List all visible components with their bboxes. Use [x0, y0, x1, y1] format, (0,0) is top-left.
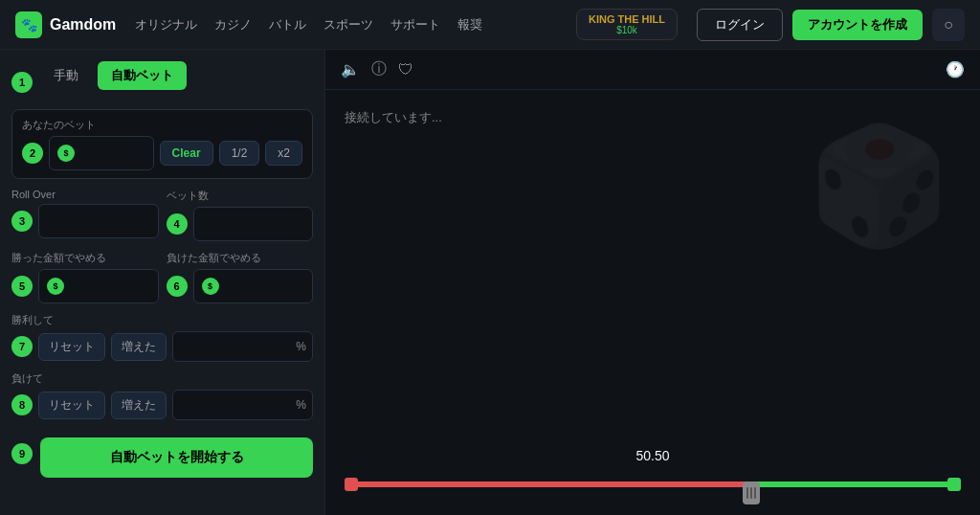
game-area: 接続しています... 🎲 [325, 90, 980, 438]
left-panel: 1 手動 自動ベット あなたのベット 2 $ 0.00 Clear 1/2 x2 [0, 50, 325, 515]
tab-auto[interactable]: 自動ベット [98, 61, 187, 90]
notifications-button[interactable]: ○ [932, 9, 965, 41]
double-button[interactable]: x2 [265, 141, 302, 166]
bet-controls-row: 2 $ 0.00 Clear 1/2 x2 [22, 136, 302, 170]
step-8-number: 8 [11, 394, 33, 415]
navbar: 🐾 Gamdom オリジナル カジノ バトル スポーツ サポート 報奨 KING… [0, 0, 980, 50]
nav-sports[interactable]: スポーツ [323, 16, 373, 34]
nav-support[interactable]: サポート [390, 16, 440, 34]
half-button[interactable]: 1/2 [219, 141, 260, 166]
start-auto-bet-button[interactable]: 自動ベットを開始する [40, 437, 313, 478]
bet-input[interactable]: 0.00 [78, 146, 145, 161]
win-pct-symbol: % [296, 340, 306, 353]
win-pct-input-group: 0.00 % [172, 331, 313, 362]
bet-amount-section: あなたのベット 2 $ 0.00 Clear 1/2 x2 [11, 109, 313, 179]
lose-increase-button[interactable]: 増えた [111, 392, 167, 419]
nav-actions: ログイン アカウントを作成 ○ [697, 9, 965, 41]
nav-rewards[interactable]: 報奨 [457, 16, 482, 34]
tab-manual[interactable]: 手動 [40, 61, 92, 90]
shield-icon[interactable]: 🛡 [398, 61, 413, 78]
rollover-label: Roll Over [11, 189, 159, 200]
login-button[interactable]: ログイン [697, 9, 783, 41]
bet-controls: $ 0.00 Clear 1/2 x2 [49, 136, 302, 170]
win-reset-button[interactable]: リセット [38, 333, 105, 361]
lose-pct-input-group: 0.00 % [172, 390, 313, 420]
slider-area: 50.50 [325, 438, 980, 515]
bet-count-input[interactable]: 0 [202, 217, 305, 232]
clear-button[interactable]: Clear [160, 141, 213, 166]
stop-win-coin-icon: $ [47, 278, 64, 295]
stop-win-input-group: $ 0.00 [38, 269, 159, 303]
step-3-number: 3 [11, 211, 33, 232]
on-lose-label: 負けて [11, 371, 313, 386]
stop-lose-coin-icon: $ [202, 278, 219, 295]
on-win-section: 勝利して 7 リセット 増えた 0.00 % [11, 313, 313, 362]
rollover-row: 3 50.500000 [11, 204, 159, 238]
bet-label: あなたのベット [22, 118, 302, 132]
connecting-text: 接続しています... [345, 109, 442, 126]
step-5-6-row: 勝った金額でやめる 5 $ 0.00 負けた金額でやめる 6 $ 0.00 [11, 251, 313, 303]
stop-win-row: 5 $ 0.00 [11, 269, 159, 303]
rollover-input[interactable]: 50.500000 [47, 214, 150, 229]
nav-casino[interactable]: カジノ [214, 16, 252, 34]
background-logo: 🎲 [808, 119, 951, 254]
bet-tabs: 手動 自動ベット [40, 61, 187, 90]
stop-lose-input[interactable]: 0.00 [223, 280, 305, 294]
volume-icon[interactable]: 🔈 [341, 60, 360, 78]
rollover-input-group: 50.500000 [38, 204, 159, 238]
lose-pct-input[interactable]: 0.00 [179, 398, 296, 413]
nav-links: オリジナル カジノ バトル スポーツ サポート 報奨 [135, 16, 557, 34]
stop-win-block: 勝った金額でやめる 5 $ 0.00 [11, 251, 159, 303]
signup-button[interactable]: アカウントを作成 [792, 10, 923, 40]
win-increase-button[interactable]: 増えた [111, 333, 167, 361]
step-3-4-row: Roll Over 3 50.500000 ベット数 4 0 [11, 189, 313, 241]
thumb-line-1 [746, 487, 748, 499]
stop-win-label: 勝った金額でやめる [11, 251, 159, 265]
step-4-number: 4 [167, 213, 188, 235]
stop-lose-input-group: $ 0.00 [193, 269, 314, 303]
history-icon[interactable]: 🕐 [946, 60, 965, 78]
promo-banner[interactable]: KING THE HILL $10k [576, 9, 678, 40]
stop-win-input[interactable]: 0.00 [68, 280, 150, 294]
stop-lose-row: 6 $ 0.00 [167, 269, 314, 303]
slider-right-end [947, 478, 961, 491]
coin-icon: $ [57, 145, 75, 162]
lose-reset-button[interactable]: リセット [38, 392, 105, 419]
on-lose-row: 8 リセット 増えた 0.00 % [11, 390, 313, 420]
bet-count-label: ベット数 [167, 189, 314, 203]
on-lose-section: 負けて 8 リセット 増えた 0.00 % [11, 371, 313, 420]
stop-lose-block: 負けた金額でやめる 6 $ 0.00 [167, 251, 314, 303]
lose-pct-symbol: % [296, 398, 306, 412]
slider-container [345, 471, 961, 498]
step-7-number: 7 [11, 336, 33, 357]
promo-title: KING THE HILL [589, 13, 665, 25]
step-5-number: 5 [11, 276, 33, 297]
rollover-block: Roll Over 3 50.500000 [11, 189, 159, 241]
thumb-line-2 [750, 487, 752, 499]
info-icon[interactable]: ⓘ [371, 59, 387, 79]
on-win-label: 勝利して [11, 313, 313, 327]
slider-thumb[interactable] [743, 481, 760, 504]
step-9-number: 9 [11, 443, 33, 464]
step-6-number: 6 [167, 276, 188, 297]
bet-count-block: ベット数 4 0 [167, 189, 314, 241]
win-pct-input[interactable]: 0.00 [179, 340, 296, 354]
brand-name: Gamdom [50, 16, 116, 34]
step-9-row: 9 自動ベットを開始する [11, 430, 313, 478]
nav-battle[interactable]: バトル [269, 16, 306, 34]
promo-sub: $10k [616, 25, 637, 35]
stop-lose-label: 負けた金額でやめる [167, 251, 314, 265]
bell-icon: ○ [944, 16, 953, 34]
logo-icon: 🐾 [15, 11, 42, 38]
right-toolbar: 🔈 ⓘ 🛡 🕐 [325, 50, 980, 90]
nav-original[interactable]: オリジナル [135, 16, 197, 34]
thumb-line-3 [754, 487, 756, 499]
step-1-number: 1 [11, 72, 33, 93]
step-1-row: 1 手動 自動ベット [11, 61, 313, 103]
slider-track[interactable] [345, 481, 961, 487]
step-2-number: 2 [22, 143, 43, 164]
on-win-row: 7 リセット 増えた 0.00 % [11, 331, 313, 362]
bet-count-row: 4 0 [167, 207, 314, 241]
brand-logo: 🐾 Gamdom [15, 11, 116, 38]
slider-value-label: 50.50 [345, 448, 961, 463]
